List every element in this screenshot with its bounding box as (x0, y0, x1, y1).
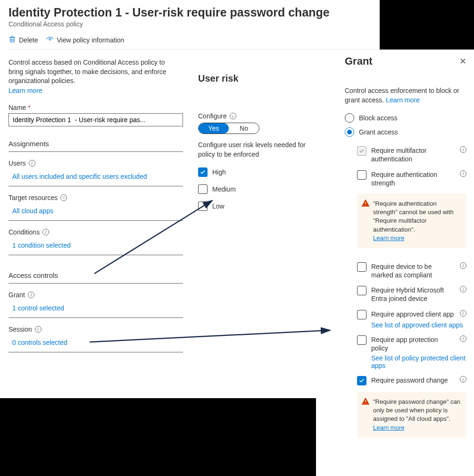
target-resources-section[interactable]: Target resources i All cloud apps (8, 186, 183, 221)
intro-learn-more-link[interactable]: Learn more (8, 87, 42, 94)
risk-medium-checkbox[interactable]: Medium (198, 184, 311, 194)
protection-apps-link[interactable]: See list of policy protected client apps (371, 354, 466, 369)
eye-icon (46, 35, 54, 44)
grant-value[interactable]: 1 control selected (8, 302, 183, 316)
require-mfa-checkbox[interactable]: Require multifactor authentication i (357, 146, 466, 163)
warning-learn-more-link[interactable]: Learn more (373, 234, 404, 242)
block-access-radio[interactable]: Block access (345, 113, 466, 123)
checkbox-icon (198, 184, 208, 194)
svg-rect-3 (365, 202, 366, 204)
user-risk-panel: User risk Configure i Yes No Configure u… (189, 50, 321, 361)
configure-label: Configure i (198, 112, 311, 120)
assignments-heading: Assignments (8, 140, 183, 152)
info-icon[interactable]: i (29, 160, 35, 167)
configure-toggle[interactable]: Yes No (198, 123, 259, 134)
policy-name-input[interactable] (8, 113, 183, 126)
require-app-protection-checkbox[interactable]: Require app protection policy i (357, 335, 466, 352)
grant-heading: Grant (345, 55, 373, 67)
grant-learn-more-link[interactable]: Learn more (386, 96, 420, 104)
info-icon[interactable]: i (460, 286, 466, 292)
approved-apps-link[interactable]: See list of approved client apps (371, 321, 466, 329)
info-icon[interactable]: i (460, 170, 466, 177)
info-icon[interactable]: i (460, 146, 466, 153)
conditions-value[interactable]: 1 condition selected (8, 240, 183, 253)
grant-access-radio[interactable]: Grant access (345, 127, 466, 137)
conditions-label: Conditions i (8, 228, 183, 236)
toggle-no[interactable]: No (229, 123, 259, 134)
info-icon[interactable]: i (230, 113, 236, 119)
info-icon[interactable]: i (42, 229, 49, 235)
info-icon[interactable]: i (35, 326, 42, 333)
target-value[interactable]: All cloud apps (8, 205, 183, 218)
checkbox-icon (357, 335, 366, 345)
grant-section[interactable]: Grant i 1 control selected (8, 284, 183, 318)
required-asterisk: * (28, 104, 30, 111)
checkbox-icon (357, 310, 366, 319)
warning-auth-strength: "Require authentication strength" cannot… (357, 194, 466, 248)
require-approved-app-checkbox[interactable]: Require approved client app i (357, 310, 466, 319)
grant-description: Control access enforcement to block or g… (345, 86, 466, 105)
checkbox-icon (357, 286, 366, 295)
checkbox-checked-icon (357, 376, 366, 385)
svg-point-2 (365, 205, 366, 206)
access-controls-heading: Access controls (8, 271, 183, 284)
require-hybrid-device-checkbox[interactable]: Require Hybrid Microsoft Entra joined de… (357, 286, 466, 303)
checkbox-checked-gray-icon (357, 146, 366, 156)
users-label: Users i (8, 159, 183, 167)
svg-rect-5 (365, 400, 366, 402)
users-section[interactable]: Users i All users included and specific … (8, 152, 183, 186)
svg-rect-0 (10, 37, 14, 42)
require-auth-strength-checkbox[interactable]: Require authentication strength i (357, 170, 466, 187)
close-icon[interactable]: ✕ (459, 56, 466, 67)
info-icon[interactable]: i (60, 194, 67, 201)
info-icon[interactable]: i (460, 310, 466, 317)
warning-icon (362, 398, 369, 408)
session-value[interactable]: 0 controls selected (8, 337, 183, 350)
grant-panel: Grant ✕ Control access enforcement to bl… (337, 50, 474, 448)
grant-label: Grant i (8, 291, 183, 299)
users-value[interactable]: All users included and specific users ex… (8, 171, 183, 184)
warning-icon (362, 200, 369, 209)
target-label: Target resources i (8, 194, 183, 201)
risk-low-checkbox[interactable]: Low (198, 201, 311, 211)
left-panel: Control access based on Conditional Acce… (0, 50, 189, 361)
svg-point-1 (49, 38, 51, 40)
user-risk-helper: Configure user risk levels needed for po… (198, 141, 311, 159)
session-label: Session i (8, 326, 183, 333)
checkbox-icon (357, 170, 366, 180)
info-icon[interactable]: i (460, 376, 466, 383)
user-risk-heading: User risk (198, 73, 311, 84)
info-icon[interactable]: i (460, 335, 466, 342)
delete-button[interactable]: Delete (8, 35, 38, 44)
name-label: Name * (8, 104, 180, 111)
warning-password-change: "Require password change" can only be us… (357, 392, 466, 438)
radio-icon (345, 113, 354, 123)
intro-text: Control access based on Conditional Acce… (8, 58, 180, 86)
checkbox-icon (198, 201, 208, 211)
conditions-section[interactable]: Conditions i 1 condition selected (8, 221, 183, 255)
toggle-yes[interactable]: Yes (199, 123, 229, 134)
checkbox-checked-icon (198, 167, 208, 177)
svg-point-4 (365, 403, 366, 404)
require-password-change-checkbox[interactable]: Require password change i (357, 376, 466, 385)
redaction-block-bottom (0, 398, 316, 476)
view-policy-info-button[interactable]: View policy information (46, 35, 124, 44)
risk-high-checkbox[interactable]: High (198, 167, 311, 177)
warning-learn-more-link[interactable]: Learn more (373, 424, 404, 431)
info-icon[interactable]: i (460, 262, 466, 269)
delete-icon (8, 35, 16, 44)
info-icon[interactable]: i (28, 292, 34, 298)
session-section[interactable]: Session i 0 controls selected (8, 318, 183, 352)
checkbox-icon (357, 262, 366, 272)
radio-selected-icon (345, 127, 354, 137)
require-compliant-device-checkbox[interactable]: Require device to be marked as compliant… (357, 262, 466, 279)
